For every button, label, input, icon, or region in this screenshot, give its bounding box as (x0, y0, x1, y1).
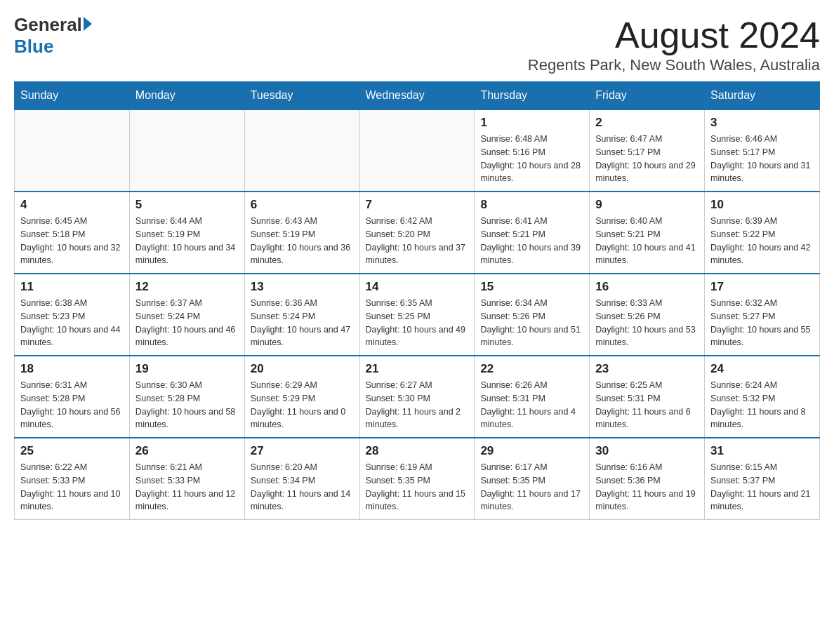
location-title: Regents Park, New South Wales, Australia (528, 56, 820, 74)
calendar-cell: 18Sunrise: 6:31 AM Sunset: 5:28 PM Dayli… (15, 356, 130, 438)
day-info: Sunrise: 6:17 AM Sunset: 5:35 PM Dayligh… (480, 461, 583, 514)
calendar-header-saturday: Saturday (705, 82, 820, 110)
day-info: Sunrise: 6:37 AM Sunset: 5:24 PM Dayligh… (135, 297, 239, 349)
calendar-cell: 3Sunrise: 6:46 AM Sunset: 5:17 PM Daylig… (705, 109, 820, 192)
day-info: Sunrise: 6:35 AM Sunset: 5:25 PM Dayligh… (366, 297, 469, 349)
day-info: Sunrise: 6:33 AM Sunset: 5:26 PM Dayligh… (595, 297, 699, 349)
day-number: 29 (480, 444, 583, 458)
day-number: 24 (710, 362, 814, 376)
day-number: 10 (710, 198, 814, 212)
day-info: Sunrise: 6:15 AM Sunset: 5:37 PM Dayligh… (710, 461, 814, 514)
week-row-5: 25Sunrise: 6:22 AM Sunset: 5:33 PM Dayli… (15, 438, 820, 520)
day-number: 21 (366, 362, 469, 376)
calendar-cell: 7Sunrise: 6:42 AM Sunset: 5:20 PM Daylig… (359, 192, 475, 274)
day-info: Sunrise: 6:47 AM Sunset: 5:17 PM Dayligh… (595, 133, 699, 185)
day-number: 3 (710, 116, 814, 130)
day-info: Sunrise: 6:32 AM Sunset: 5:27 PM Dayligh… (710, 297, 814, 349)
day-info: Sunrise: 6:38 AM Sunset: 5:23 PM Dayligh… (20, 297, 124, 349)
calendar-cell: 24Sunrise: 6:24 AM Sunset: 5:32 PM Dayli… (705, 356, 820, 438)
calendar-header-tuesday: Tuesday (244, 82, 359, 110)
calendar-cell: 23Sunrise: 6:25 AM Sunset: 5:31 PM Dayli… (590, 356, 705, 438)
week-row-3: 11Sunrise: 6:38 AM Sunset: 5:23 PM Dayli… (15, 274, 820, 356)
day-number: 13 (251, 280, 354, 294)
day-number: 23 (595, 362, 699, 376)
day-info: Sunrise: 6:40 AM Sunset: 5:21 PM Dayligh… (595, 215, 699, 267)
day-number: 28 (366, 444, 469, 458)
calendar-cell: 4Sunrise: 6:45 AM Sunset: 5:18 PM Daylig… (15, 192, 130, 274)
calendar-header-monday: Monday (129, 82, 244, 110)
calendar-cell: 25Sunrise: 6:22 AM Sunset: 5:33 PM Dayli… (15, 438, 130, 520)
calendar-cell: 14Sunrise: 6:35 AM Sunset: 5:25 PM Dayli… (359, 274, 475, 356)
title-section: August 2024 Regents Park, New South Wale… (528, 14, 820, 74)
calendar-cell: 29Sunrise: 6:17 AM Sunset: 5:35 PM Dayli… (475, 438, 590, 520)
calendar-cell (244, 109, 359, 192)
logo: General Blue (14, 14, 92, 58)
calendar-cell: 12Sunrise: 6:37 AM Sunset: 5:24 PM Dayli… (129, 274, 244, 356)
day-info: Sunrise: 6:42 AM Sunset: 5:20 PM Dayligh… (366, 215, 469, 267)
day-info: Sunrise: 6:34 AM Sunset: 5:26 PM Dayligh… (480, 297, 583, 349)
day-number: 17 (710, 280, 814, 294)
calendar-cell: 9Sunrise: 6:40 AM Sunset: 5:21 PM Daylig… (590, 192, 705, 274)
day-number: 30 (595, 444, 699, 458)
day-number: 25 (20, 444, 124, 458)
day-number: 5 (135, 198, 239, 212)
week-row-1: 1Sunrise: 6:48 AM Sunset: 5:16 PM Daylig… (15, 109, 820, 192)
day-info: Sunrise: 6:25 AM Sunset: 5:31 PM Dayligh… (595, 379, 699, 431)
day-info: Sunrise: 6:31 AM Sunset: 5:28 PM Dayligh… (20, 379, 124, 431)
calendar-cell: 6Sunrise: 6:43 AM Sunset: 5:19 PM Daylig… (244, 192, 359, 274)
day-info: Sunrise: 6:24 AM Sunset: 5:32 PM Dayligh… (710, 379, 814, 431)
day-number: 11 (20, 280, 124, 294)
day-number: 12 (135, 280, 239, 294)
calendar-header-thursday: Thursday (475, 82, 590, 110)
day-info: Sunrise: 6:19 AM Sunset: 5:35 PM Dayligh… (366, 461, 469, 514)
day-number: 8 (480, 198, 583, 212)
day-info: Sunrise: 6:21 AM Sunset: 5:33 PM Dayligh… (135, 461, 239, 514)
day-info: Sunrise: 6:46 AM Sunset: 5:17 PM Dayligh… (710, 133, 814, 185)
logo-triangle-icon (84, 17, 92, 31)
day-info: Sunrise: 6:26 AM Sunset: 5:31 PM Dayligh… (480, 379, 583, 431)
calendar-header-wednesday: Wednesday (359, 82, 475, 110)
day-info: Sunrise: 6:27 AM Sunset: 5:30 PM Dayligh… (366, 379, 469, 431)
day-number: 22 (480, 362, 583, 376)
day-number: 31 (710, 444, 814, 458)
calendar-table: SundayMondayTuesdayWednesdayThursdayFrid… (14, 81, 820, 520)
week-row-4: 18Sunrise: 6:31 AM Sunset: 5:28 PM Dayli… (15, 356, 820, 438)
day-number: 2 (595, 116, 699, 130)
day-info: Sunrise: 6:20 AM Sunset: 5:34 PM Dayligh… (251, 461, 354, 514)
day-number: 19 (135, 362, 239, 376)
calendar-cell: 20Sunrise: 6:29 AM Sunset: 5:29 PM Dayli… (244, 356, 359, 438)
day-info: Sunrise: 6:39 AM Sunset: 5:22 PM Dayligh… (710, 215, 814, 267)
calendar-cell: 1Sunrise: 6:48 AM Sunset: 5:16 PM Daylig… (475, 109, 590, 192)
page-header: General Blue August 2024 Regents Park, N… (14, 14, 820, 74)
day-number: 15 (480, 280, 583, 294)
day-number: 4 (20, 198, 124, 212)
week-row-2: 4Sunrise: 6:45 AM Sunset: 5:18 PM Daylig… (15, 192, 820, 274)
day-info: Sunrise: 6:30 AM Sunset: 5:28 PM Dayligh… (135, 379, 239, 431)
day-info: Sunrise: 6:45 AM Sunset: 5:18 PM Dayligh… (20, 215, 124, 267)
calendar-cell (15, 109, 130, 192)
day-number: 18 (20, 362, 124, 376)
day-info: Sunrise: 6:29 AM Sunset: 5:29 PM Dayligh… (251, 379, 354, 431)
day-number: 7 (366, 198, 469, 212)
day-info: Sunrise: 6:36 AM Sunset: 5:24 PM Dayligh… (251, 297, 354, 349)
calendar-cell (129, 109, 244, 192)
day-info: Sunrise: 6:16 AM Sunset: 5:36 PM Dayligh… (595, 461, 699, 514)
calendar-cell: 17Sunrise: 6:32 AM Sunset: 5:27 PM Dayli… (705, 274, 820, 356)
day-number: 27 (251, 444, 354, 458)
day-number: 6 (251, 198, 354, 212)
calendar-cell: 15Sunrise: 6:34 AM Sunset: 5:26 PM Dayli… (475, 274, 590, 356)
calendar-cell: 21Sunrise: 6:27 AM Sunset: 5:30 PM Dayli… (359, 356, 475, 438)
calendar-cell: 26Sunrise: 6:21 AM Sunset: 5:33 PM Dayli… (129, 438, 244, 520)
logo-general-text: General (14, 14, 82, 36)
calendar-cell: 16Sunrise: 6:33 AM Sunset: 5:26 PM Dayli… (590, 274, 705, 356)
calendar-header-row: SundayMondayTuesdayWednesdayThursdayFrid… (15, 82, 820, 110)
calendar-header-friday: Friday (590, 82, 705, 110)
calendar-cell: 5Sunrise: 6:44 AM Sunset: 5:19 PM Daylig… (129, 192, 244, 274)
calendar-cell: 2Sunrise: 6:47 AM Sunset: 5:17 PM Daylig… (590, 109, 705, 192)
day-info: Sunrise: 6:44 AM Sunset: 5:19 PM Dayligh… (135, 215, 239, 267)
calendar-cell: 28Sunrise: 6:19 AM Sunset: 5:35 PM Dayli… (359, 438, 475, 520)
day-number: 9 (595, 198, 699, 212)
calendar-cell: 22Sunrise: 6:26 AM Sunset: 5:31 PM Dayli… (475, 356, 590, 438)
logo-blue-text: Blue (14, 36, 53, 57)
calendar-cell (359, 109, 475, 192)
